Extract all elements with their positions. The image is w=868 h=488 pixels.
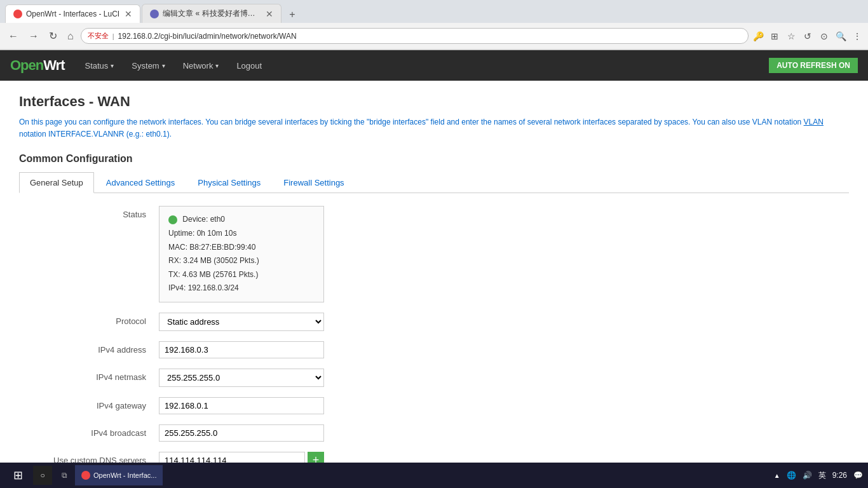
auto-refresh-button[interactable]: AUTO REFRESH ON [769, 58, 858, 73]
status-tx: TX: 4.63 MB (25761 Pkts.) [168, 268, 315, 282]
taskbar-network-icon: 🌐 [787, 471, 796, 480]
config-tabs: General Setup Advanced Settings Physical… [19, 172, 849, 193]
form-row-ipv4-address: IPv4 address [19, 341, 849, 358]
key-icon: 🔑 [752, 30, 764, 42]
taskbar-right: ▲ 🌐 🔊 英 9:26 💬 [774, 470, 863, 481]
ipv4-address-label: IPv4 address [19, 341, 159, 355]
tab-title-2: 编辑文章 « 科技爱好者博客 — W [163, 8, 261, 19]
ipv4-broadcast-label: IPv4 broadcast [19, 424, 159, 438]
taskbar: ⊞ ○ ⧉ OpenWrt - Interfac... ▲ 🌐 🔊 英 9:26… [0, 463, 868, 488]
protocol-label: Protocol [19, 313, 159, 326]
reload-button[interactable]: ↻ [46, 29, 60, 43]
tab-title-1: OpenWrt - Interfaces - LuCI [26, 10, 119, 18]
ipv4-broadcast-field [159, 424, 324, 442]
status-mac: MAC: B8:27:EB:BD:99:40 [168, 241, 315, 255]
status-arrow: ▾ [111, 62, 114, 69]
address-bar: ← → ↻ ⌂ 不安全 | 192.168.0.2/cgi-bin/luci/a… [0, 23, 868, 50]
tab-general-setup[interactable]: General Setup [19, 172, 94, 193]
taskbar-notification-icon[interactable]: 💬 [853, 471, 863, 480]
tab-favicon-2 [150, 10, 159, 18]
tab-inactive[interactable]: 编辑文章 « 科技爱好者博客 — W ✕ [142, 4, 281, 23]
status-online-icon [168, 215, 177, 224]
form-area: Status Device: eth0 Uptime: 0h 10m 10s M… [19, 206, 849, 488]
task-view: ⧉ [62, 471, 67, 480]
taskbar-start[interactable]: ⊞ [5, 463, 31, 488]
tab-physical-settings[interactable]: Physical Settings [187, 172, 271, 193]
form-row-status: Status Device: eth0 Uptime: 0h 10m 10s M… [19, 206, 849, 302]
nav-network[interactable]: Network ▾ [175, 57, 227, 74]
ipv4-address-input[interactable] [159, 341, 324, 358]
taskview-icon[interactable]: ⧉ [55, 466, 74, 485]
status-uptime: Uptime: 0h 10m 10s [168, 227, 315, 241]
tab-active[interactable]: OpenWrt - Interfaces - LuCI ✕ [5, 4, 140, 23]
tab-bar: OpenWrt - Interfaces - LuCI ✕ 编辑文章 « 科技爱… [0, 0, 868, 23]
ipv4-netmask-select[interactable]: 255.255.255.0 255.255.0.0 255.0.0.0 [159, 369, 324, 387]
address-display[interactable]: 192.168.0.2/cgi-bin/luci/admin/network/n… [118, 32, 297, 41]
taskbar-volume-icon: 🔊 [803, 471, 812, 480]
page-content: Interfaces - WAN On this page you can co… [0, 81, 868, 488]
status-box: Device: eth0 Uptime: 0h 10m 10s MAC: B8:… [159, 206, 324, 302]
status-device: Device: eth0 [168, 213, 315, 227]
ipv4-gateway-label: IPv4 gateway [19, 397, 159, 410]
tab-close-1[interactable]: ✕ [125, 9, 132, 19]
page-title: Interfaces - WAN [19, 93, 849, 110]
status-label: Status [19, 206, 159, 219]
status-ipv4: IPv4: 192.168.0.3/24 [168, 281, 315, 295]
openwrt-navbar: OpenWrt Status ▾ System ▾ Network ▾ Logo… [0, 50, 868, 81]
back-button[interactable]: ← [5, 29, 22, 43]
ipv4-gateway-field [159, 397, 324, 414]
taskbar-item-label: OpenWrt - Interfac... [93, 471, 156, 479]
taskbar-time: 9:26 [832, 471, 847, 480]
bookmark-icon[interactable]: ☆ [785, 30, 797, 42]
home-button[interactable]: ⌂ [64, 29, 77, 43]
form-row-ipv4-netmask: IPv4 netmask 255.255.255.0 255.255.0.0 2… [19, 369, 849, 387]
search-circle-icon: ○ [40, 471, 44, 480]
vlan-link[interactable]: VLAN [804, 118, 824, 126]
ipv4-netmask-label: IPv4 netmask [19, 369, 159, 382]
toolbar-icons: 🔑 ⊞ ☆ ↺ ⊙ 🔍 ⋮ [752, 30, 863, 42]
security-label: 不安全 [88, 31, 109, 41]
ipv4-netmask-field: 255.255.255.0 255.255.0.0 255.0.0.0 [159, 369, 324, 387]
chrome-taskbar-icon [81, 471, 90, 480]
nav-logout[interactable]: Logout [229, 57, 269, 74]
form-row-ipv4-gateway: IPv4 gateway [19, 397, 849, 414]
windows-icon: ⊞ [13, 468, 23, 482]
nav-system[interactable]: System ▾ [124, 57, 172, 74]
tab-close-2[interactable]: ✕ [266, 9, 273, 19]
section-title: Common Configuration [19, 153, 849, 165]
search-taskbar-icon[interactable]: ○ [33, 466, 52, 485]
search-icon[interactable]: 🔍 [835, 30, 846, 42]
history-icon[interactable]: ↺ [802, 30, 813, 42]
form-row-ipv4-broadcast: IPv4 broadcast [19, 424, 849, 442]
taskbar-up-arrow[interactable]: ▲ [774, 472, 780, 479]
ipv4-address-field [159, 341, 324, 358]
system-arrow: ▾ [162, 62, 165, 69]
network-arrow: ▾ [215, 62, 219, 69]
translate-icon: ⊞ [769, 30, 780, 42]
page-description: On this page you can configure the netwo… [19, 116, 849, 140]
tab-advanced-settings[interactable]: Advanced Settings [95, 172, 186, 193]
protocol-select[interactable]: Static address DHCP client Unmanaged [159, 313, 324, 331]
protocol-field: Static address DHCP client Unmanaged [159, 313, 324, 331]
openwrt-logo: OpenWrt [10, 57, 65, 74]
taskbar-lang-label: 英 [818, 470, 826, 481]
status-box-wrapper: Device: eth0 Uptime: 0h 10m 10s MAC: B8:… [159, 206, 324, 302]
ipv4-broadcast-input[interactable] [159, 424, 324, 442]
status-rx: RX: 3.24 MB (30502 Pkts.) [168, 254, 315, 268]
nav-menu: Status ▾ System ▾ Network ▾ Logout AUTO … [78, 57, 858, 74]
ipv4-gateway-input[interactable] [159, 397, 324, 414]
address-divider: | [112, 32, 114, 40]
extensions-icon[interactable]: ⊙ [818, 30, 830, 42]
form-row-protocol: Protocol Static address DHCP client Unma… [19, 313, 849, 331]
taskbar-chrome-item[interactable]: OpenWrt - Interfac... [75, 465, 163, 485]
forward-button[interactable]: → [25, 29, 42, 43]
tab-favicon [13, 10, 22, 18]
browser-chrome: OpenWrt - Interfaces - LuCI ✕ 编辑文章 « 科技爱… [0, 0, 868, 50]
tab-firewall-settings[interactable]: Firewall Settings [273, 172, 355, 193]
nav-status[interactable]: Status ▾ [78, 57, 122, 74]
menu-icon[interactable]: ⋮ [851, 30, 863, 42]
new-tab-button[interactable]: + [283, 6, 301, 23]
